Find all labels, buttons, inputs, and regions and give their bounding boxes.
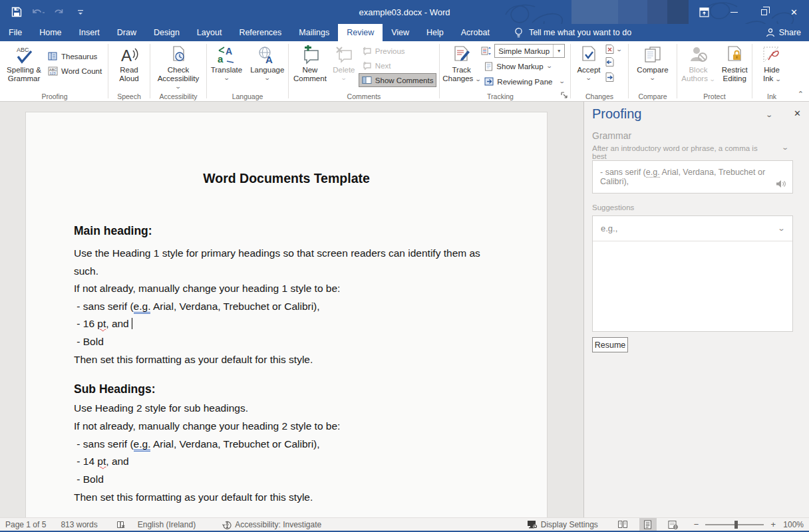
combobox-dropdown-icon[interactable]: ▾ xyxy=(553,45,564,57)
close-icon: ✕ xyxy=(790,7,798,17)
minimize-button[interactable] xyxy=(719,0,749,24)
hide-ink-button[interactable]: Hide Ink ⌄ xyxy=(759,43,784,90)
doc-heading-2: Sub Headings: xyxy=(74,382,156,396)
group-label-protect: Protect xyxy=(677,92,752,100)
page-indicator[interactable]: Page 1 of 5 xyxy=(5,520,46,529)
redo-icon xyxy=(53,7,65,17)
zoom-slider-thumb[interactable] xyxy=(734,521,738,529)
reject-button[interactable]: ⌄ xyxy=(605,44,622,55)
tab-insert[interactable]: Insert xyxy=(71,24,108,41)
word-count-icon: ABC 123 xyxy=(48,66,58,76)
read-mode-view-button[interactable] xyxy=(614,518,631,531)
word-count-indicator[interactable]: 813 words xyxy=(61,520,97,529)
tell-me-label: Tell me what you want to do xyxy=(529,28,631,37)
suggestion-item[interactable]: e.g., ⌄ xyxy=(593,216,792,241)
customize-quick-access-toolbar-button[interactable] xyxy=(72,3,89,21)
word-count-button[interactable]: ABC 123 Word Count xyxy=(45,64,105,78)
show-markup-button[interactable]: Show Markup ⌄ xyxy=(481,59,568,73)
new-comment-label-1: New xyxy=(302,66,317,74)
sentence-marked-text: e.g. xyxy=(646,168,660,178)
web-layout-view-button[interactable] xyxy=(665,518,682,531)
next-comment-icon xyxy=(362,61,372,70)
read-aloud-label-2: Aloud xyxy=(119,74,138,83)
track-changes-button[interactable]: Track Changes ⌄ xyxy=(442,43,481,90)
tab-review[interactable]: Review xyxy=(338,24,383,41)
language-indicator[interactable]: English (Ireland) xyxy=(138,520,196,529)
chevron-down-icon: ⌄ xyxy=(341,75,347,81)
delete-comment-label: Delete xyxy=(333,66,355,74)
restrict-editing-button[interactable]: Restrict Editing xyxy=(719,43,750,90)
tab-mailings[interactable]: Mailings xyxy=(290,24,338,41)
spelling-marked-text[interactable]: pt xyxy=(97,318,106,329)
compare-button[interactable]: Compare ⌄ xyxy=(634,43,671,90)
suggestion-dropdown-icon[interactable]: ⌄ xyxy=(777,225,785,231)
save-button[interactable] xyxy=(8,3,25,21)
check-accessibility-button[interactable]: Check Accessibility ⌄ xyxy=(155,43,202,90)
accessibility-status-button[interactable]: Accessibility: Investigate xyxy=(222,520,321,529)
quick-access-toolbar xyxy=(0,3,89,21)
tab-acrobat[interactable]: Acrobat xyxy=(452,24,498,41)
next-comment-label: Next xyxy=(375,62,391,70)
tab-view[interactable]: View xyxy=(383,24,418,41)
doc-line: - sans serif (e.g. Arial, Verdana, Trebu… xyxy=(74,438,320,450)
close-button[interactable]: ✕ xyxy=(779,0,809,24)
check-accessibility-label-1: Check xyxy=(168,66,190,74)
issue-expand-chevron[interactable]: ⌄ xyxy=(781,144,789,151)
tab-design[interactable]: Design xyxy=(145,24,188,41)
tab-draw[interactable]: Draw xyxy=(108,24,145,41)
undo-button[interactable] xyxy=(29,3,47,21)
grammar-marked-text[interactable]: e.g. xyxy=(134,438,151,452)
tab-home[interactable]: Home xyxy=(31,24,70,41)
reviewing-pane-icon xyxy=(484,77,494,86)
zoom-percentage[interactable]: 100% xyxy=(777,520,804,529)
read-aloud-button[interactable]: A Read Aloud xyxy=(116,43,142,90)
tab-references[interactable]: References xyxy=(230,24,290,41)
next-change-button[interactable] xyxy=(605,72,622,85)
thesaurus-button[interactable]: Thesaurus xyxy=(45,49,105,63)
grammar-marked-text[interactable]: e.g. xyxy=(134,301,151,314)
spelling-grammar-button[interactable]: ABC Spelling & Grammar xyxy=(3,43,45,90)
thesaurus-label: Thesaurus xyxy=(61,53,97,61)
delete-comment-icon xyxy=(334,45,354,65)
tab-help[interactable]: Help xyxy=(418,24,452,41)
resume-button[interactable]: Resume xyxy=(592,337,628,352)
new-comment-button[interactable]: New Comment xyxy=(291,43,329,90)
show-markup-label: Show Markup xyxy=(496,63,543,70)
zoom-slider[interactable] xyxy=(705,524,764,525)
display-for-review-combobox[interactable]: Simple Markup ▾ xyxy=(494,44,565,58)
previous-change-button[interactable] xyxy=(605,57,622,70)
ribbon-display-options-button[interactable] xyxy=(689,0,719,24)
accept-button[interactable]: Accept ⌄ xyxy=(573,43,605,90)
restore-button[interactable] xyxy=(749,0,779,24)
reviewing-pane-button[interactable]: Reviewing Pane ⌄ xyxy=(481,74,568,88)
delete-comment-button[interactable]: Delete ⌄ xyxy=(329,43,359,90)
share-button[interactable]: Share xyxy=(766,24,801,41)
tab-layout[interactable]: Layout xyxy=(188,24,231,41)
show-comments-button[interactable]: Show Comments xyxy=(359,73,437,87)
ribbon-review: ABC Spelling & Grammar Thesauru xyxy=(0,41,809,102)
zoom-in-button[interactable]: + xyxy=(769,519,777,529)
previous-comment-button[interactable]: Previous xyxy=(359,44,437,58)
print-layout-icon xyxy=(643,520,652,529)
compare-label: Compare xyxy=(637,66,668,74)
tab-file[interactable]: File xyxy=(0,24,31,41)
tell-me-box[interactable]: Tell me what you want to do xyxy=(514,24,631,41)
language-button[interactable]: A Language ⌄ xyxy=(247,43,287,90)
redo-button[interactable] xyxy=(51,3,68,21)
pane-section-grammar: Grammar xyxy=(592,130,631,141)
spelling-marked-text[interactable]: pt xyxy=(97,456,106,467)
block-authors-button[interactable]: Block Authors ⌄ xyxy=(679,43,717,90)
proofing-status-button[interactable] xyxy=(116,520,126,529)
display-settings-button[interactable]: Display Settings xyxy=(527,520,598,529)
pane-close-button[interactable]: ✕ xyxy=(794,108,801,118)
print-layout-view-button[interactable] xyxy=(639,518,657,531)
translate-button[interactable]: A a Translate ⌄ xyxy=(208,43,245,90)
next-comment-button[interactable]: Next xyxy=(359,59,437,72)
collapse-ribbon-button[interactable]: ⌃ xyxy=(798,90,804,98)
doc-line: Use Heading 2 style for sub headings. xyxy=(74,402,248,414)
tracking-dialog-launcher[interactable] xyxy=(560,91,568,99)
zoom-out-button[interactable]: − xyxy=(693,519,701,529)
read-sentence-speaker-icon[interactable] xyxy=(775,179,787,189)
document-page[interactable]: Word Documents Template Main heading: Us… xyxy=(25,112,548,517)
pane-options-chevron[interactable]: ⌄ xyxy=(765,111,773,118)
